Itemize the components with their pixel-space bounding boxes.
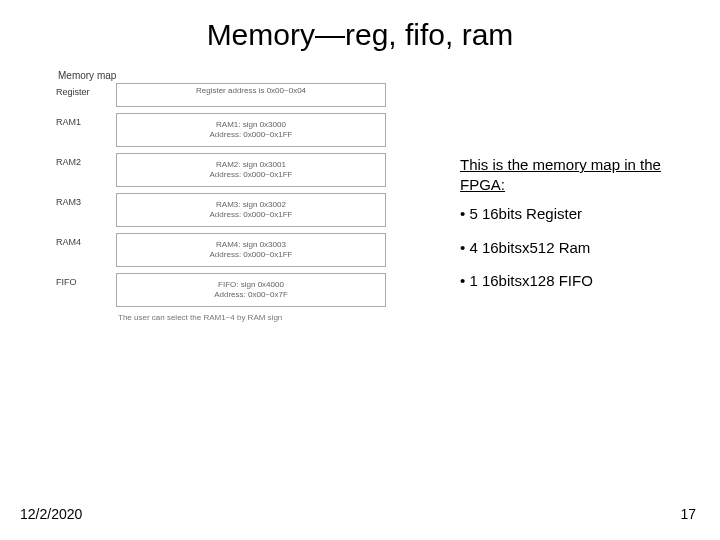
row-box-line: RAM1: sign 0x3000 (117, 120, 385, 130)
row-box-line: Address: 0x00~0x7F (117, 290, 385, 300)
row-box: FIFO: sign 0x4000 Address: 0x00~0x7F (116, 273, 386, 307)
row-box: RAM2: sign 0x3001 Address: 0x000~0x1FF (116, 153, 386, 187)
row-box-line: Address: 0x000~0x1FF (117, 130, 385, 140)
row-box-line: RAM2: sign 0x3001 (117, 160, 385, 170)
row-box: RAM4: sign 0x3003 Address: 0x000~0x1FF (116, 233, 386, 267)
diagram-row: FIFO FIFO: sign 0x4000 Address: 0x00~0x7… (56, 273, 386, 307)
bullet-item: • 5 16bits Register (460, 204, 680, 224)
slide-title: Memory—reg, fifo, ram (0, 18, 720, 52)
bullet-block: This is the memory map in the FPGA: • 5 … (460, 155, 680, 305)
row-box-line: FIFO: sign 0x4000 (117, 280, 385, 290)
diagram-row: RAM2 RAM2: sign 0x3001 Address: 0x000~0x… (56, 153, 386, 187)
slide-number: 17 (680, 506, 696, 522)
row-box: RAM3: sign 0x3002 Address: 0x000~0x1FF (116, 193, 386, 227)
bullet-item: • 4 16bitsx512 Ram (460, 238, 680, 258)
slide-date: 12/2/2020 (20, 506, 82, 522)
row-label: RAM1 (56, 113, 116, 127)
row-box-line: Address: 0x000~0x1FF (117, 250, 385, 260)
row-label: RAM4 (56, 233, 116, 247)
row-box-line: RAM4: sign 0x3003 (117, 240, 385, 250)
diagram-row: RAM3 RAM3: sign 0x3002 Address: 0x000~0x… (56, 193, 386, 227)
bullet-intro: This is the memory map in the FPGA: (460, 155, 680, 194)
row-box-line: Address: 0x000~0x1FF (117, 210, 385, 220)
row-box: Register address is 0x00~0x04 (116, 83, 386, 107)
memory-map-diagram: Memory map Register Register address is … (56, 60, 386, 322)
diagram-footnote: The user can select the RAM1~4 by RAM si… (118, 313, 386, 322)
row-label: FIFO (56, 273, 116, 287)
row-label: RAM2 (56, 153, 116, 167)
diagram-row: RAM4 RAM4: sign 0x3003 Address: 0x000~0x… (56, 233, 386, 267)
diagram-row: Register Register address is 0x00~0x04 (56, 83, 386, 107)
bullet-item: • 1 16bitsx128 FIFO (460, 271, 680, 291)
row-box-line: RAM3: sign 0x3002 (117, 200, 385, 210)
row-box: RAM1: sign 0x3000 Address: 0x000~0x1FF (116, 113, 386, 147)
diagram-row: RAM1 RAM1: sign 0x3000 Address: 0x000~0x… (56, 113, 386, 147)
row-label: Register (56, 83, 116, 97)
diagram-header: Memory map (58, 70, 386, 81)
row-box-line: Address: 0x000~0x1FF (117, 170, 385, 180)
row-box-line: Register address is 0x00~0x04 (117, 86, 385, 96)
row-label: RAM3 (56, 193, 116, 207)
